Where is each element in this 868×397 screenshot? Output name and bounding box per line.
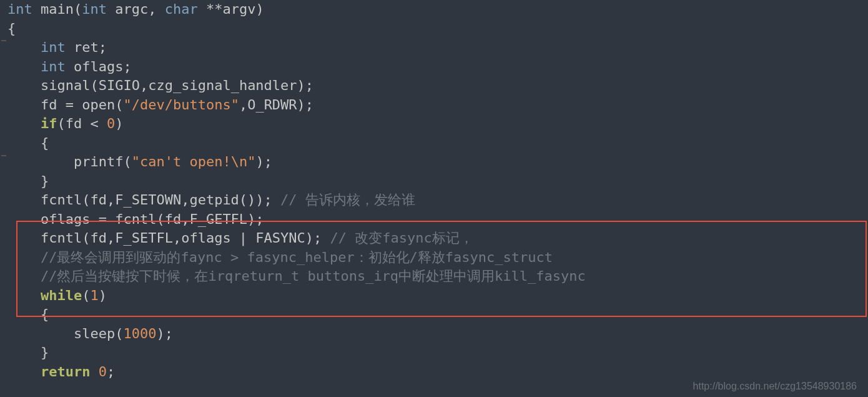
- code-line: fcntl(fd,F_SETFL,oflags | FASYNC); // 改变…: [7, 230, 473, 246]
- code-line: {: [7, 306, 49, 322]
- code-line: }: [7, 344, 49, 360]
- code-line: if(fd < 0): [7, 116, 123, 131]
- code-line: oflags = fcntl(fd,F_GETFL);: [7, 211, 264, 227]
- code-line: {: [7, 21, 16, 36]
- editor-gutter: [0, 0, 6, 397]
- code-line: int main(int argc, char **argv): [7, 1, 264, 17]
- code-line: //然后当按键按下时候，在irqreturn_t buttons_irq中断处理…: [7, 268, 586, 284]
- code-line: return 0;: [7, 364, 115, 379]
- code-line: sleep(1000);: [7, 326, 173, 341]
- code-block: int main(int argc, char **argv) { int re…: [7, 0, 868, 381]
- code-line: {: [7, 135, 49, 151]
- code-line: while(1): [7, 288, 107, 303]
- code-line: int oflags;: [7, 59, 132, 74]
- code-line: printf("can't open!\n");: [7, 154, 272, 169]
- code-line: }: [7, 173, 49, 189]
- watermark-text: http://blog.csdn.net/czg13548930186: [693, 381, 857, 392]
- code-line: fd = open("/dev/buttons",O_RDWR);: [7, 97, 313, 113]
- code-line: fcntl(fd,F_SETOWN,getpid()); // 告诉内核，发给谁: [7, 192, 415, 208]
- code-line: int ret;: [7, 39, 107, 55]
- code-line: //最终会调用到驱动的faync > fasync_helper：初始化/释放f…: [7, 249, 553, 265]
- code-line: signal(SIGIO,czg_signal_handler);: [7, 78, 313, 93]
